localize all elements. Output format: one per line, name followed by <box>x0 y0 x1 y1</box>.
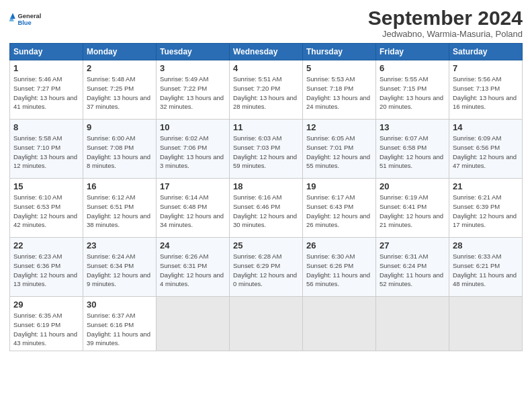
calendar-cell: 10Sunrise: 6:02 AMSunset: 7:06 PMDayligh… <box>157 120 230 179</box>
week-row-5: 29Sunrise: 6:35 AMSunset: 6:19 PMDayligh… <box>10 297 523 351</box>
week-row-1: 1Sunrise: 5:46 AMSunset: 7:27 PMDaylight… <box>10 60 523 120</box>
page: General Blue September 2024 Jedwabno, Wa… <box>0 0 532 411</box>
day-info: Sunrise: 6:03 AMSunset: 7:03 PMDaylight:… <box>233 134 299 171</box>
day-number: 16 <box>87 181 152 191</box>
calendar-cell: 8Sunrise: 5:58 AMSunset: 7:10 PMDaylight… <box>10 120 83 179</box>
weekday-header-row: SundayMondayTuesdayWednesdayThursdayFrid… <box>10 44 523 60</box>
calendar-cell <box>449 297 523 351</box>
calendar-cell <box>376 297 449 351</box>
calendar-cell: 13Sunrise: 6:07 AMSunset: 6:58 PMDayligh… <box>376 120 449 179</box>
weekday-header-wednesday: Wednesday <box>230 44 303 60</box>
calendar-cell: 21Sunrise: 6:21 AMSunset: 6:39 PMDayligh… <box>449 179 523 238</box>
day-number: 12 <box>306 122 372 132</box>
calendar-cell: 3Sunrise: 5:49 AMSunset: 7:22 PMDaylight… <box>157 60 230 120</box>
day-info: Sunrise: 5:58 AMSunset: 7:10 PMDaylight:… <box>13 134 79 171</box>
day-number: 19 <box>306 181 372 191</box>
day-info: Sunrise: 6:12 AMSunset: 6:51 PMDaylight:… <box>87 193 152 230</box>
day-number: 11 <box>233 122 299 132</box>
calendar-cell: 18Sunrise: 6:16 AMSunset: 6:46 PMDayligh… <box>230 179 303 238</box>
day-number: 3 <box>160 63 226 73</box>
svg-text:General: General <box>18 13 42 19</box>
day-number: 10 <box>160 122 226 132</box>
day-number: 2 <box>87 63 152 73</box>
day-number: 15 <box>13 181 79 191</box>
day-info: Sunrise: 6:33 AMSunset: 6:21 PMDaylight:… <box>453 252 519 289</box>
calendar-cell: 28Sunrise: 6:33 AMSunset: 6:21 PMDayligh… <box>449 238 523 297</box>
calendar-cell: 16Sunrise: 6:12 AMSunset: 6:51 PMDayligh… <box>83 179 157 238</box>
day-number: 21 <box>453 181 519 191</box>
day-number: 5 <box>306 63 372 73</box>
day-info: Sunrise: 6:23 AMSunset: 6:36 PMDaylight:… <box>13 252 79 289</box>
calendar-cell: 23Sunrise: 6:24 AMSunset: 6:34 PMDayligh… <box>83 238 157 297</box>
day-number: 20 <box>380 181 445 191</box>
day-info: Sunrise: 6:07 AMSunset: 6:58 PMDaylight:… <box>380 134 445 171</box>
day-info: Sunrise: 5:49 AMSunset: 7:22 PMDaylight:… <box>160 75 226 111</box>
day-info: Sunrise: 5:46 AMSunset: 7:27 PMDaylight:… <box>13 75 79 111</box>
day-number: 26 <box>306 240 372 250</box>
calendar-cell: 26Sunrise: 6:30 AMSunset: 6:26 PMDayligh… <box>303 238 376 297</box>
day-number: 22 <box>13 240 79 250</box>
day-info: Sunrise: 5:56 AMSunset: 7:13 PMDaylight:… <box>453 75 519 111</box>
day-info: Sunrise: 5:51 AMSunset: 7:20 PMDaylight:… <box>233 75 299 111</box>
svg-text:Blue: Blue <box>18 19 32 26</box>
calendar-table: SundayMondayTuesdayWednesdayThursdayFrid… <box>9 43 523 351</box>
day-info: Sunrise: 6:00 AMSunset: 7:08 PMDaylight:… <box>87 134 152 171</box>
calendar-cell: 25Sunrise: 6:28 AMSunset: 6:29 PMDayligh… <box>230 238 303 297</box>
calendar-cell: 17Sunrise: 6:14 AMSunset: 6:48 PMDayligh… <box>157 179 230 238</box>
day-info: Sunrise: 6:14 AMSunset: 6:48 PMDaylight:… <box>160 193 226 230</box>
calendar-cell: 6Sunrise: 5:55 AMSunset: 7:15 PMDaylight… <box>376 60 449 120</box>
day-number: 30 <box>87 300 152 310</box>
calendar-cell: 15Sunrise: 6:10 AMSunset: 6:53 PMDayligh… <box>10 179 83 238</box>
calendar-cell: 24Sunrise: 6:26 AMSunset: 6:31 PMDayligh… <box>157 238 230 297</box>
calendar-cell: 22Sunrise: 6:23 AMSunset: 6:36 PMDayligh… <box>10 238 83 297</box>
day-info: Sunrise: 6:26 AMSunset: 6:31 PMDaylight:… <box>160 252 226 289</box>
weekday-header-friday: Friday <box>376 44 449 60</box>
calendar-cell <box>157 297 230 351</box>
day-number: 14 <box>453 122 519 132</box>
day-info: Sunrise: 6:17 AMSunset: 6:43 PMDaylight:… <box>306 193 372 230</box>
day-number: 29 <box>13 300 79 310</box>
day-info: Sunrise: 6:24 AMSunset: 6:34 PMDaylight:… <box>87 252 152 289</box>
month-title: September 2024 <box>368 7 523 29</box>
day-number: 4 <box>233 63 299 73</box>
day-number: 9 <box>87 122 152 132</box>
day-number: 27 <box>380 240 445 250</box>
day-info: Sunrise: 6:02 AMSunset: 7:06 PMDaylight:… <box>160 134 226 171</box>
calendar-cell: 5Sunrise: 5:53 AMSunset: 7:18 PMDaylight… <box>303 60 376 120</box>
weekday-header-tuesday: Tuesday <box>157 44 230 60</box>
weekday-header-sunday: Sunday <box>10 44 83 60</box>
calendar-cell: 19Sunrise: 6:17 AMSunset: 6:43 PMDayligh… <box>303 179 376 238</box>
title-block: September 2024 Jedwabno, Warmia-Masuria,… <box>368 7 523 39</box>
calendar-cell: 12Sunrise: 6:05 AMSunset: 7:01 PMDayligh… <box>303 120 376 179</box>
calendar-cell: 1Sunrise: 5:46 AMSunset: 7:27 PMDaylight… <box>10 60 83 120</box>
day-info: Sunrise: 5:55 AMSunset: 7:15 PMDaylight:… <box>380 75 445 111</box>
day-number: 17 <box>160 181 226 191</box>
logo: General Blue <box>9 7 43 31</box>
calendar-cell: 27Sunrise: 6:31 AMSunset: 6:24 PMDayligh… <box>376 238 449 297</box>
day-info: Sunrise: 6:09 AMSunset: 6:56 PMDaylight:… <box>453 134 519 171</box>
day-info: Sunrise: 6:19 AMSunset: 6:41 PMDaylight:… <box>380 193 445 230</box>
day-number: 1 <box>13 63 79 73</box>
day-number: 13 <box>380 122 445 132</box>
weekday-header-thursday: Thursday <box>303 44 376 60</box>
day-info: Sunrise: 6:16 AMSunset: 6:46 PMDaylight:… <box>233 193 299 230</box>
calendar-cell: 7Sunrise: 5:56 AMSunset: 7:13 PMDaylight… <box>449 60 523 120</box>
day-number: 7 <box>453 63 519 73</box>
day-info: Sunrise: 6:30 AMSunset: 6:26 PMDaylight:… <box>306 252 372 289</box>
calendar-cell <box>230 297 303 351</box>
day-info: Sunrise: 6:37 AMSunset: 6:16 PMDaylight:… <box>87 311 152 348</box>
day-number: 28 <box>453 240 519 250</box>
day-info: Sunrise: 6:10 AMSunset: 6:53 PMDaylight:… <box>13 193 79 230</box>
day-number: 25 <box>233 240 299 250</box>
day-info: Sunrise: 6:21 AMSunset: 6:39 PMDaylight:… <box>453 193 519 230</box>
logo-svg: General Blue <box>9 7 43 31</box>
day-info: Sunrise: 5:53 AMSunset: 7:18 PMDaylight:… <box>306 75 372 111</box>
location: Jedwabno, Warmia-Masuria, Poland <box>368 29 523 39</box>
calendar-cell: 2Sunrise: 5:48 AMSunset: 7:25 PMDaylight… <box>83 60 157 120</box>
day-number: 8 <box>13 122 79 132</box>
week-row-3: 15Sunrise: 6:10 AMSunset: 6:53 PMDayligh… <box>10 179 523 238</box>
calendar-cell: 30Sunrise: 6:37 AMSunset: 6:16 PMDayligh… <box>83 297 157 351</box>
day-number: 23 <box>87 240 152 250</box>
calendar-cell: 4Sunrise: 5:51 AMSunset: 7:20 PMDaylight… <box>230 60 303 120</box>
calendar-cell: 9Sunrise: 6:00 AMSunset: 7:08 PMDaylight… <box>83 120 157 179</box>
